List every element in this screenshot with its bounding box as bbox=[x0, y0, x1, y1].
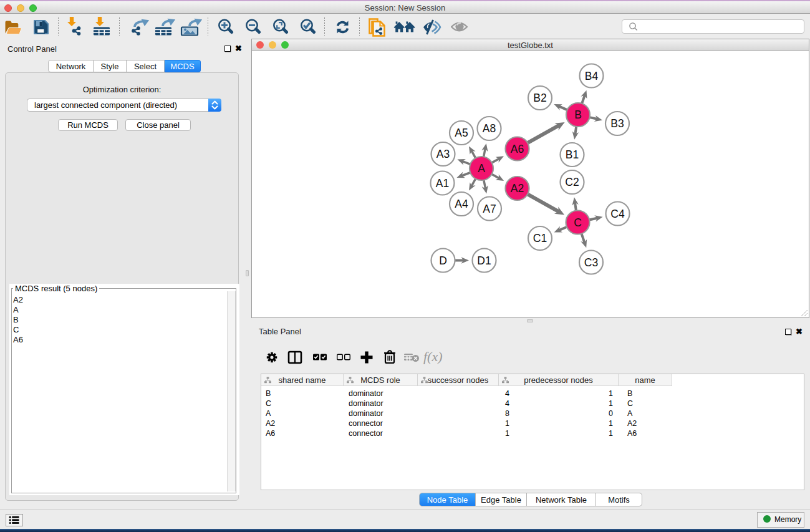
svg-text:C1: C1 bbox=[533, 232, 547, 244]
svg-text:A1: A1 bbox=[436, 177, 449, 190]
svg-text:A7: A7 bbox=[483, 203, 496, 215]
svg-text:A3: A3 bbox=[436, 148, 450, 160]
svg-text:A2: A2 bbox=[511, 182, 524, 195]
svg-text:D: D bbox=[439, 254, 447, 267]
svg-text:C3: C3 bbox=[584, 256, 598, 269]
svg-text:A6: A6 bbox=[511, 143, 524, 155]
svg-text:D1: D1 bbox=[477, 254, 491, 267]
svg-text:B1: B1 bbox=[566, 148, 579, 161]
svg-text:B: B bbox=[574, 109, 582, 121]
svg-text:C4: C4 bbox=[610, 208, 625, 220]
svg-text:A8: A8 bbox=[483, 122, 496, 135]
svg-text:A: A bbox=[478, 162, 485, 175]
svg-text:A5: A5 bbox=[455, 127, 468, 139]
svg-text:B2: B2 bbox=[533, 92, 546, 104]
svg-text:B4: B4 bbox=[585, 70, 599, 82]
svg-text:B3: B3 bbox=[610, 117, 624, 130]
svg-text:C: C bbox=[574, 216, 582, 229]
svg-text:C2: C2 bbox=[565, 176, 579, 188]
svg-text:A4: A4 bbox=[455, 198, 468, 210]
